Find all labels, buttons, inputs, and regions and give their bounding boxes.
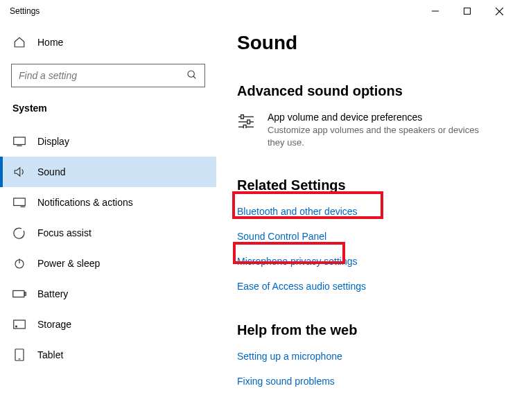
sound-icon xyxy=(12,166,26,177)
minimize-button[interactable] xyxy=(419,0,451,22)
sidebar-item-label: Sound xyxy=(37,166,65,177)
sidebar-item-label: Focus assist xyxy=(37,227,91,238)
window-controls xyxy=(419,0,515,22)
tablet-icon xyxy=(12,349,26,361)
page-title: Sound xyxy=(237,32,498,54)
link-sound-control-panel[interactable]: Sound Control Panel xyxy=(237,231,498,242)
sidebar-item-power-sleep[interactable]: Power & sleep xyxy=(0,248,216,279)
sidebar-item-label: Storage xyxy=(37,319,71,330)
search-icon xyxy=(186,69,198,82)
help-heading: Help from the web xyxy=(237,322,498,338)
svg-rect-1 xyxy=(464,8,471,15)
home-label: Home xyxy=(37,37,63,48)
advanced-item-desc: Customize app volumes and the speakers o… xyxy=(268,124,498,148)
svg-rect-13 xyxy=(25,292,26,296)
related-settings-heading: Related Settings xyxy=(237,177,498,193)
sidebar-item-focus-assist[interactable]: Focus assist xyxy=(0,218,216,248)
close-button[interactable] xyxy=(483,0,515,22)
storage-icon xyxy=(12,320,26,329)
sliders-icon xyxy=(237,112,255,148)
sidebar: Home System Display Sound Notifications … xyxy=(0,22,216,420)
sidebar-item-notifications[interactable]: Notifications & actions xyxy=(0,187,216,218)
focus-assist-icon xyxy=(12,227,26,239)
notifications-icon xyxy=(12,198,26,207)
sidebar-item-label: Power & sleep xyxy=(37,258,100,269)
sidebar-heading: System xyxy=(0,103,216,114)
link-ease-of-access-audio[interactable]: Ease of Access audio settings xyxy=(237,281,498,292)
maximize-button[interactable] xyxy=(451,0,483,22)
svg-point-4 xyxy=(188,71,194,77)
title-bar: Settings xyxy=(0,0,515,22)
svg-rect-6 xyxy=(14,137,26,145)
home-nav[interactable]: Home xyxy=(0,29,216,55)
advanced-sound-heading: Advanced sound options xyxy=(237,83,498,99)
svg-point-15 xyxy=(16,326,17,327)
svg-rect-21 xyxy=(247,120,250,124)
sidebar-item-tablet[interactable]: Tablet xyxy=(0,340,216,370)
display-icon xyxy=(12,137,26,146)
link-help-sound-problems[interactable]: Fixing sound problems xyxy=(237,376,498,387)
svg-line-5 xyxy=(193,76,195,78)
sidebar-item-label: Display xyxy=(37,136,69,147)
main-content: Sound Advanced sound options App volume … xyxy=(216,22,515,420)
svg-rect-8 xyxy=(14,198,26,206)
window-title: Settings xyxy=(10,6,40,16)
svg-rect-14 xyxy=(14,320,26,329)
home-icon xyxy=(12,36,26,49)
sidebar-item-label: Battery xyxy=(37,288,68,299)
svg-rect-23 xyxy=(243,125,246,128)
link-microphone-privacy[interactable]: Microphone privacy settings xyxy=(237,256,498,267)
sidebar-item-storage[interactable]: Storage xyxy=(0,309,216,340)
power-icon xyxy=(12,257,26,270)
svg-rect-19 xyxy=(241,115,244,119)
battery-icon xyxy=(12,290,26,298)
sidebar-item-sound[interactable]: Sound xyxy=(0,157,216,187)
link-bluetooth-devices[interactable]: Bluetooth and other devices xyxy=(237,206,498,217)
search-input[interactable] xyxy=(12,70,204,81)
sidebar-item-label: Tablet xyxy=(37,349,63,360)
sidebar-item-label: Notifications & actions xyxy=(37,197,133,208)
sidebar-item-battery[interactable]: Battery xyxy=(0,279,216,309)
sidebar-item-display[interactable]: Display xyxy=(0,126,216,157)
svg-rect-12 xyxy=(13,290,24,297)
advanced-item-title: App volume and device preferences xyxy=(268,112,498,123)
search-box[interactable] xyxy=(11,64,205,87)
app-volume-preferences[interactable]: App volume and device preferences Custom… xyxy=(237,112,498,148)
link-help-microphone[interactable]: Setting up a microphone xyxy=(237,351,498,362)
